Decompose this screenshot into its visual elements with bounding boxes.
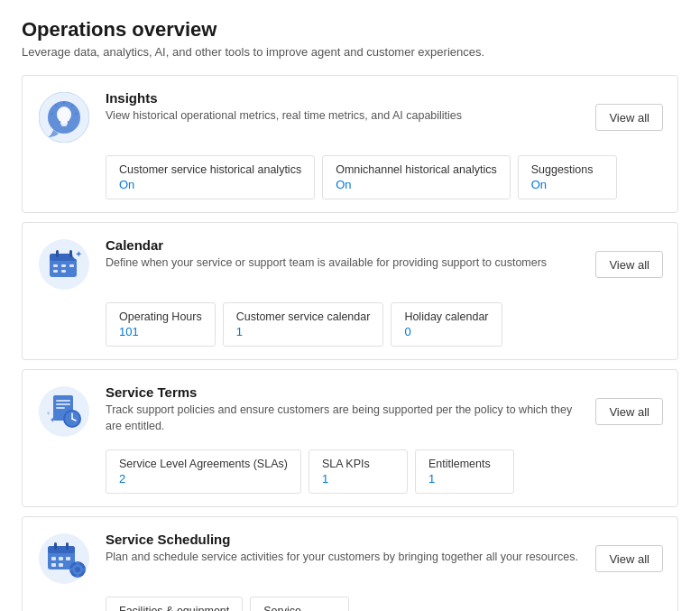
item-value-service-terms-1: 1: [322, 472, 394, 486]
item-label-insights-2: Suggestions: [531, 163, 603, 176]
item-label-service-terms-0: Service Level Agreements (SLAs): [119, 458, 288, 470]
item-value-calendar-0: 101: [119, 325, 202, 338]
item-tile-insights-1[interactable]: Omnichannel historical analyticsOn: [322, 155, 511, 199]
section-name-calendar: Calendar: [106, 237, 581, 253]
item-label-insights-0: Customer service historical analytics: [119, 163, 301, 176]
section-desc-service-scheduling: Plan and schedule service activities for…: [106, 550, 581, 566]
item-tile-calendar-0[interactable]: Operating Hours101: [106, 302, 216, 347]
item-label-service-scheduling-0: Facilities & equipment: [119, 605, 229, 611]
item-tile-calendar-2[interactable]: Holiday calendar0: [391, 302, 502, 347]
svg-rect-26: [56, 403, 70, 405]
section-calendar: ✦ CalendarDefine when your service or su…: [22, 222, 678, 360]
svg-rect-39: [66, 557, 70, 560]
svg-rect-43: [66, 542, 69, 550]
section-desc-service-terms: Track support policies and ensure custom…: [106, 403, 581, 434]
item-value-service-terms-0: 2: [119, 472, 288, 486]
item-label-insights-1: Omnichannel historical analytics: [336, 163, 497, 176]
item-tile-service-terms-2[interactable]: Entitlements1: [415, 449, 514, 494]
item-value-service-terms-2: 1: [428, 472, 501, 486]
section-items-service-terms: Service Level Agreements (SLAs)2SLA KPIs…: [23, 449, 677, 506]
svg-point-2: [57, 106, 71, 123]
section-desc-calendar: Define when your service or support team…: [106, 255, 581, 272]
section-info-calendar: CalendarDefine when your service or supp…: [106, 237, 581, 272]
section-header-insights: InsightsView historical operational metr…: [23, 76, 677, 155]
item-tile-service-scheduling-0[interactable]: Facilities & equipment0: [106, 597, 243, 611]
svg-text:✦: ✦: [46, 411, 51, 416]
svg-rect-42: [54, 542, 57, 550]
svg-rect-16: [69, 264, 74, 267]
section-name-service-terms: Service Terms: [106, 384, 581, 400]
svg-rect-38: [59, 557, 63, 560]
svg-rect-27: [56, 407, 65, 409]
section-items-calendar: Operating Hours101Customer service calen…: [23, 302, 677, 359]
service-terms-icon: ✦ ✦: [37, 384, 91, 439]
svg-rect-36: [48, 546, 75, 553]
item-label-calendar-2: Holiday calendar: [404, 310, 488, 323]
view-all-button-calendar[interactable]: View all: [595, 251, 663, 278]
item-label-service-terms-1: SLA KPIs: [322, 458, 394, 470]
svg-rect-25: [56, 400, 70, 402]
section-service-terms: ✦ ✦ Service TermsTrack support policies …: [22, 369, 678, 507]
item-value-insights-0: On: [119, 178, 301, 191]
item-label-calendar-0: Operating Hours: [119, 310, 202, 323]
item-value-calendar-2: 0: [404, 325, 488, 338]
section-header-service-terms: ✦ ✦ Service TermsTrack support policies …: [23, 370, 677, 449]
view-all-button-service-scheduling[interactable]: View all: [595, 545, 663, 572]
insights-icon: [37, 90, 91, 144]
section-info-insights: InsightsView historical operational metr…: [106, 90, 581, 125]
item-value-calendar-1: 1: [236, 325, 371, 338]
svg-rect-14: [53, 264, 58, 267]
section-info-service-terms: Service TermsTrack support policies and …: [106, 384, 581, 434]
item-value-insights-2: On: [531, 178, 603, 191]
svg-rect-18: [61, 270, 66, 273]
section-desc-insights: View historical operational metrics, rea…: [106, 108, 581, 125]
item-label-service-terms-2: Entitlements: [428, 458, 501, 470]
item-tile-calendar-1[interactable]: Customer service calendar1: [223, 302, 384, 347]
page-container: Operations overview Leverage data, analy…: [0, 0, 700, 611]
svg-text:✦: ✦: [50, 416, 56, 424]
item-label-service-scheduling-1: Service: [263, 605, 336, 611]
page-subtitle: Leverage data, analytics, AI, and other …: [22, 45, 678, 59]
view-all-button-service-terms[interactable]: View all: [595, 398, 663, 425]
svg-rect-4: [61, 125, 67, 126]
svg-rect-15: [61, 264, 66, 267]
svg-rect-19: [56, 250, 59, 257]
item-label-calendar-1: Customer service calendar: [236, 310, 371, 323]
svg-text:✦: ✦: [75, 249, 82, 259]
service-scheduling-icon: [37, 532, 91, 586]
svg-rect-49: [69, 569, 72, 571]
svg-rect-17: [53, 270, 58, 273]
section-info-service-scheduling: Service SchedulingPlan and schedule serv…: [106, 532, 581, 566]
svg-rect-41: [59, 563, 63, 567]
section-insights: InsightsView historical operational metr…: [22, 75, 678, 213]
section-items-insights: Customer service historical analyticsOnO…: [23, 155, 677, 212]
svg-rect-20: [69, 250, 72, 257]
svg-rect-47: [77, 561, 79, 564]
item-tile-insights-0[interactable]: Customer service historical analyticsOn: [106, 155, 315, 199]
svg-point-46: [75, 567, 80, 572]
section-name-insights: Insights: [106, 90, 581, 106]
calendar-icon: ✦: [37, 237, 91, 292]
svg-rect-3: [60, 122, 68, 125]
item-tile-insights-2[interactable]: SuggestionsOn: [518, 155, 617, 199]
section-items-service-scheduling: Facilities & equipment0Service0: [23, 597, 677, 611]
section-name-service-scheduling: Service Scheduling: [106, 532, 581, 547]
item-value-insights-1: On: [336, 178, 497, 191]
item-tile-service-terms-0[interactable]: Service Level Agreements (SLAs)2: [106, 449, 301, 494]
view-all-button-insights[interactable]: View all: [595, 104, 663, 131]
sections-container: InsightsView historical operational metr…: [22, 75, 678, 611]
item-tile-service-scheduling-1[interactable]: Service0: [250, 597, 349, 611]
svg-rect-40: [51, 563, 56, 567]
page-title: Operations overview: [22, 18, 678, 42]
svg-rect-48: [77, 575, 79, 578]
svg-rect-37: [51, 557, 56, 560]
section-service-scheduling: Service SchedulingPlan and schedule serv…: [22, 516, 678, 611]
item-tile-service-terms-1[interactable]: SLA KPIs1: [309, 449, 408, 494]
section-header-calendar: ✦ CalendarDefine when your service or su…: [23, 223, 677, 302]
svg-rect-50: [83, 569, 86, 571]
section-header-service-scheduling: Service SchedulingPlan and schedule serv…: [23, 517, 677, 597]
